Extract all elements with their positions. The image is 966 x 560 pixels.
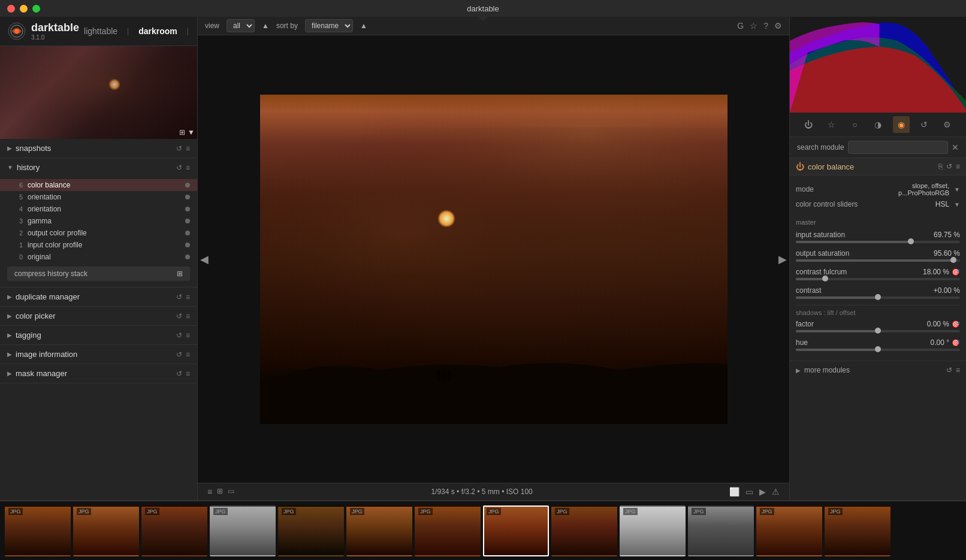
expand-thumbnail-button[interactable]: ⊞ — [179, 128, 185, 137]
play-icon[interactable]: ▶ — [759, 487, 766, 497]
contrast-fulcrum-track[interactable] — [796, 278, 960, 280]
presets-modules-icon[interactable]: ⚙ — [939, 116, 956, 133]
thumbnail-menu-button[interactable]: ▼ — [188, 128, 195, 137]
sliders-dropdown-arrow[interactable]: ▼ — [954, 201, 960, 208]
hue-pick-icon[interactable]: 🎯 — [952, 339, 960, 347]
more-modules-menu-icon[interactable]: ≡ — [956, 366, 960, 374]
shadows-section-title: shadows : lift / offset — [796, 305, 960, 316]
maximize-button[interactable] — [32, 5, 40, 13]
filmstrip-item-7[interactable]: JPG — [483, 505, 549, 556]
base-modules-icon[interactable]: ○ — [846, 116, 863, 133]
snapshots-reset-icon[interactable]: ↺ — [176, 144, 182, 153]
filmstrip-item-11[interactable]: JPG — [756, 505, 822, 556]
history-header[interactable]: ▼ history ↺ ≡ — [0, 158, 197, 177]
history-reset-icon[interactable]: ↺ — [176, 164, 182, 172]
next-image-button[interactable]: ▶ — [776, 241, 789, 278]
filmstrip-item-4[interactable]: JPG — [278, 505, 344, 556]
color-picker-menu-icon[interactable]: ≡ — [186, 312, 190, 320]
mask-manager-reset-icon[interactable]: ↺ — [176, 370, 182, 378]
image-information-menu-icon[interactable]: ≡ — [186, 350, 190, 359]
image-information-reset-icon[interactable]: ↺ — [176, 350, 182, 359]
reset-modules-icon[interactable]: ↺ — [916, 116, 932, 133]
filmstrip-item-1[interactable]: JPG — [73, 505, 139, 556]
image-information-header[interactable]: ▶ image information ↺ ≡ — [0, 345, 197, 364]
tagging-header[interactable]: ▶ tagging ↺ ≡ — [0, 326, 197, 344]
history-item-2[interactable]: 2 output color profile — [0, 227, 197, 239]
tagging-reset-icon[interactable]: ↺ — [176, 331, 182, 340]
prev-image-button[interactable]: ◀ — [198, 241, 211, 278]
history-item-5[interactable]: 5 orientation — [0, 191, 197, 203]
snapshots-header[interactable]: ▶ snapshots ↺ ≡ — [0, 139, 197, 158]
more-modules-arrow-icon[interactable]: ▶ — [796, 367, 801, 374]
history-item-4[interactable]: 4 orientation — [0, 203, 197, 215]
filmstrip-item-8[interactable]: JPG — [551, 505, 617, 556]
darkroom-nav[interactable]: darkroom — [134, 24, 182, 38]
contrast-track[interactable] — [796, 296, 960, 299]
tagging-chevron: ▶ — [7, 332, 12, 338]
other-nav[interactable]: other — [194, 24, 198, 38]
help-icon[interactable]: ? — [763, 21, 768, 31]
color-picker-reset-icon[interactable]: ↺ — [176, 312, 182, 320]
color-picker-header[interactable]: ▶ color picker ↺ ≡ — [0, 307, 197, 325]
filmstrip-item-9[interactable]: JPG — [620, 505, 686, 556]
output-saturation-value: 95.60 % — [934, 249, 960, 258]
filmstrip-item-3[interactable]: JPG — [210, 505, 276, 556]
favorites-modules-icon[interactable]: ☆ — [823, 116, 840, 133]
minimize-button[interactable] — [20, 5, 28, 13]
history-item-3[interactable]: 3 gamma — [0, 215, 197, 227]
history-item-6[interactable]: 6 color balance — [0, 179, 197, 191]
hue-track[interactable] — [796, 349, 960, 351]
titlebar-chevron — [478, 17, 488, 22]
duplicate-manager-reset-icon[interactable]: ↺ — [176, 293, 182, 301]
factor-track[interactable] — [796, 330, 960, 332]
color-balance-power-icon[interactable]: ⏻ — [796, 162, 804, 171]
color-modules-icon[interactable]: ◉ — [893, 116, 910, 133]
tagging-menu-icon[interactable]: ≡ — [186, 331, 190, 340]
search-clear-button[interactable]: ✕ — [952, 143, 959, 152]
history-item-0[interactable]: 0 original — [0, 251, 197, 263]
sort-direction-button[interactable]: ▲ — [360, 22, 367, 30]
duplicate-icon[interactable]: ⊞ — [217, 487, 223, 497]
preferences-icon[interactable]: ⚙ — [774, 21, 782, 31]
filmstrip-item-5[interactable]: JPG — [346, 505, 412, 556]
history-menu-icon[interactable]: ≡ — [186, 164, 190, 172]
duplicate-manager-section: ▶ duplicate manager ↺ ≡ — [0, 287, 197, 307]
filmstrip-item-12[interactable]: JPG — [825, 505, 890, 556]
output-saturation-track[interactable] — [796, 259, 960, 262]
color-assessment-icon[interactable]: ⬜ — [729, 487, 739, 497]
search-module-input[interactable] — [848, 141, 948, 154]
mask-manager-header[interactable]: ▶ mask manager ↺ ≡ — [0, 364, 197, 383]
filmstrip-toggle-icon[interactable]: ≡ — [207, 487, 212, 497]
filmstrip-item-2[interactable]: JPG — [141, 505, 207, 556]
tone-modules-icon[interactable]: ◑ — [870, 116, 886, 133]
close-button[interactable] — [7, 5, 15, 13]
color-balance-menu-icon[interactable]: ≡ — [956, 162, 960, 171]
filmstrip-item-6[interactable]: JPG — [415, 505, 481, 556]
quick-access-icon[interactable]: G — [737, 21, 744, 31]
show-active-modules-icon[interactable]: ⏻ — [800, 116, 817, 133]
snapshots-menu-icon[interactable]: ≡ — [186, 144, 190, 153]
color-balance-reset-icon[interactable]: ↺ — [946, 162, 952, 171]
filmstrip-item-10[interactable]: JPG — [688, 505, 754, 556]
contrast-fulcrum-pick-icon[interactable]: 🎯 — [952, 268, 960, 276]
lighttable-nav[interactable]: lighttable — [79, 24, 122, 38]
color-balance-copy-icon[interactable]: ⎘ — [938, 162, 943, 171]
output-saturation-header: output saturation 95.60 % — [796, 249, 960, 258]
softproof-icon[interactable]: ▭ — [745, 487, 753, 497]
input-saturation-track[interactable] — [796, 241, 960, 243]
overlay-icon[interactable]: ▭ — [228, 487, 234, 497]
factor-pick-icon[interactable]: 🎯 — [952, 320, 960, 328]
mode-dropdown-arrow[interactable]: ▼ — [954, 186, 960, 193]
mask-manager-menu-icon[interactable]: ≡ — [186, 370, 190, 378]
more-modules-reset-icon[interactable]: ↺ — [946, 366, 952, 374]
history-item-1[interactable]: 1 input color profile — [0, 239, 197, 251]
star-icon[interactable]: ☆ — [750, 21, 757, 31]
duplicate-manager-menu-icon[interactable]: ≡ — [186, 293, 190, 301]
view-select[interactable]: all — [227, 19, 255, 32]
warning-icon[interactable]: ⚠ — [772, 487, 780, 497]
sort-order-button[interactable]: ▲ — [262, 22, 269, 30]
duplicate-manager-header[interactable]: ▶ duplicate manager ↺ ≡ — [0, 287, 197, 306]
sort-select[interactable]: filename — [305, 19, 353, 32]
filmstrip-item-0[interactable]: JPG — [5, 505, 71, 556]
compress-history-button[interactable]: compress history stack ⊞ — [7, 267, 190, 281]
